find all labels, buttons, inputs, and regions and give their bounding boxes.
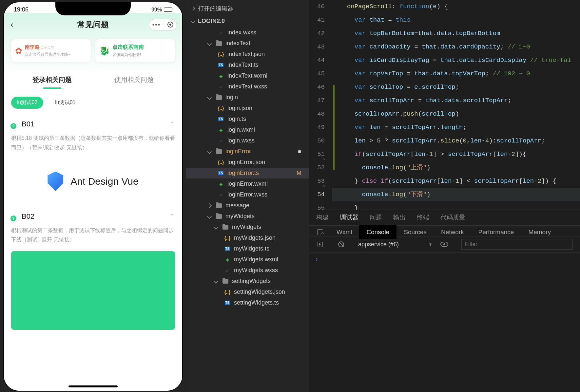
modified-dot-icon bbox=[298, 150, 301, 153]
simulator-panel: 19:06 99% ‹ 常见问题 ••• ✿ 南李路 二十二号 点击查看 bbox=[0, 0, 186, 392]
panel-tab-0[interactable]: 构建 bbox=[316, 213, 329, 225]
file-loginError-ts[interactable]: TSloginError.tsM bbox=[186, 168, 309, 178]
chip-test02[interactable]: lu测试02 bbox=[11, 97, 43, 109]
chevron-right-icon bbox=[207, 203, 212, 208]
chevron-down-icon bbox=[191, 19, 195, 23]
file-login-wxss[interactable]: ⟋login.wxss bbox=[186, 135, 309, 146]
panel-tab-3[interactable]: 输出 bbox=[393, 213, 406, 225]
phone-frame: 19:06 99% ‹ 常见问题 ••• ✿ 南李路 二十二号 点击查看 bbox=[3, 2, 183, 391]
file-myWidgets-wxss[interactable]: ⟋myWidgets.wxss bbox=[186, 265, 309, 276]
eye-icon[interactable] bbox=[440, 240, 448, 248]
shield-icon bbox=[48, 172, 63, 191]
mascot-icon: 🐉 bbox=[99, 46, 110, 56]
chevron-down-icon bbox=[207, 95, 212, 100]
ant-design-logo: Ant Design Vue bbox=[11, 162, 175, 201]
flame-question-icon: ? bbox=[11, 213, 18, 220]
wechat-capsule[interactable]: ••• bbox=[149, 19, 177, 30]
file-myWidgets-ts[interactable]: TSmyWidgets.ts bbox=[186, 243, 309, 254]
info-card-account[interactable]: ✿ 南李路 二十二号 点击查看账号密码全攻略~ bbox=[11, 39, 91, 62]
image-placeholder bbox=[11, 251, 175, 330]
file-login-wxml[interactable]: ◈login.wxml bbox=[186, 124, 309, 135]
clear-icon[interactable] bbox=[337, 240, 345, 248]
folder-message[interactable]: message bbox=[186, 200, 309, 211]
chevron-down-icon bbox=[207, 214, 212, 218]
modified-indicator: M bbox=[297, 170, 301, 176]
chevron-up-icon[interactable]: ⌃ bbox=[169, 213, 175, 220]
chevron-up-icon[interactable]: ⌃ bbox=[169, 120, 175, 128]
chevron-down-icon bbox=[214, 279, 218, 283]
file-loginError-json[interactable]: {..}loginError.json bbox=[186, 157, 309, 168]
code-editor[interactable]: 40414243444546474849505152535455 onPageS… bbox=[309, 0, 580, 210]
folder-myWidgets[interactable]: myWidgets bbox=[186, 211, 309, 222]
chevron-down-icon bbox=[214, 225, 218, 229]
file-myWidgets-wxml[interactable]: ◈myWidgets.wxml bbox=[186, 254, 309, 265]
file-myWidgets-json[interactable]: {..}myWidgets.json bbox=[186, 233, 309, 243]
explorer-opened-editors[interactable]: 打开的编辑器 bbox=[186, 2, 309, 15]
phone-notch bbox=[55, 2, 131, 15]
panel-tab-5[interactable]: 代码质量 bbox=[440, 213, 465, 225]
phone-content[interactable]: ✿ 南李路 二十二号 点击查看账号密码全攻略~ 🐉 点击联系南南 客服南为你服务… bbox=[4, 36, 182, 388]
file-tree: ⟋index.wxssindexText{..}indexText.jsonTS… bbox=[186, 27, 309, 308]
chip-test01[interactable]: lu测试01 bbox=[49, 97, 81, 109]
explorer-project-header[interactable]: LOGIN2.0 bbox=[186, 15, 309, 27]
play-icon[interactable] bbox=[316, 240, 324, 248]
info-cards: ✿ 南李路 二十二号 点击查看账号密码全攻略~ 🐉 点击联系南南 客服南为你服务… bbox=[11, 39, 175, 62]
file-indexText-json[interactable]: {..}indexText.json bbox=[186, 49, 309, 60]
folder-loginError[interactable]: loginError bbox=[186, 146, 309, 157]
file-loginError-wxss[interactable]: ⟋loginError.wxss bbox=[186, 189, 309, 200]
leaf-icon: ✿ bbox=[15, 46, 22, 56]
status-battery: 99% bbox=[151, 7, 172, 13]
file-indexText-wxss[interactable]: ⟋indexText.wxss bbox=[186, 81, 309, 92]
folder-login[interactable]: login bbox=[186, 92, 309, 103]
phone-titlebar: ‹ 常见问题 ••• bbox=[4, 13, 182, 36]
page-title: 常见问题 bbox=[77, 19, 109, 30]
editor-column: 40414243444546474849505152535455 onPageS… bbox=[309, 0, 580, 392]
capsule-menu-icon[interactable]: ••• bbox=[152, 21, 161, 28]
folder-myWidgets[interactable]: myWidgets bbox=[186, 222, 309, 233]
devtools-tabs: WxmlConsoleSourcesNetworkPerformanceMemo… bbox=[309, 226, 580, 236]
panel-tab-4[interactable]: 终端 bbox=[417, 213, 429, 225]
line-gutter: 40414243444546474849505152535455 bbox=[309, 0, 332, 210]
file-settingWidgets-ts[interactable]: TSsettingWidgets.ts bbox=[186, 297, 309, 308]
file-explorer[interactable]: 打开的编辑器 LOGIN2.0 ⟋index.wxssindexText{..}… bbox=[186, 0, 309, 392]
file-login-json[interactable]: {..}login.json bbox=[186, 103, 309, 114]
console-output[interactable]: › bbox=[309, 252, 580, 266]
flame-question-icon: ? bbox=[11, 121, 18, 128]
folder-settingWidgets[interactable]: settingWidgets bbox=[186, 276, 309, 287]
tab-usage-issues[interactable]: 使用相关问题 bbox=[93, 72, 175, 87]
panel-tab-1[interactable]: 调试器 bbox=[340, 213, 358, 225]
home-indicator bbox=[68, 385, 118, 387]
info-card-contact[interactable]: 🐉 点击联系南南 客服南为你服务! bbox=[95, 39, 175, 62]
capsule-close-icon[interactable] bbox=[167, 22, 173, 28]
file-settingWidgets-json[interactable]: {..}settingWidgets.json bbox=[186, 287, 309, 297]
file-index-wxss[interactable]: ⟋index.wxss bbox=[186, 27, 309, 38]
console-filter-input[interactable] bbox=[461, 239, 573, 250]
battery-icon bbox=[164, 8, 172, 12]
tab-login-issues[interactable]: 登录相关问题 bbox=[11, 72, 93, 87]
panel-tabs: 构建调试器问题输出终端代码质量 bbox=[309, 210, 580, 226]
console-toolbar: appservice (#6) ▼ bbox=[309, 236, 580, 252]
chevron-down-icon bbox=[207, 149, 212, 154]
back-button[interactable]: ‹ bbox=[10, 20, 13, 30]
faq-item-b02[interactable]: ? B02 ⌃ 棍棍测试的第二条数据，用于测试下线标签后，与之相绑定的问题同步下… bbox=[11, 212, 175, 245]
bottom-panel: 构建调试器问题输出终端代码质量 WxmlConsoleSourcesNetwor… bbox=[309, 210, 580, 392]
category-tabs: 登录相关问题 使用相关问题 bbox=[11, 72, 175, 87]
code-content[interactable]: onPageScroll: function(e) { var that = t… bbox=[332, 0, 580, 210]
folder-indexText[interactable]: indexText bbox=[186, 38, 309, 49]
status-time: 19:06 bbox=[14, 6, 29, 13]
file-login-ts[interactable]: TSlogin.ts bbox=[186, 114, 309, 124]
chevron-down-icon: ▼ bbox=[428, 242, 433, 247]
panel-tab-2[interactable]: 问题 bbox=[370, 213, 382, 225]
chevron-down-icon bbox=[207, 41, 212, 46]
faq-item-b01[interactable]: ? B01 ⌃ 棍棍5.18 测试的第三条数据（这条数据其实一点用都没有，就给你… bbox=[11, 120, 175, 153]
inspect-icon[interactable] bbox=[316, 228, 324, 236]
file-indexText-ts[interactable]: TSindexText.ts bbox=[186, 60, 309, 70]
chip-row: lu测试02 lu测试01 bbox=[11, 97, 175, 109]
file-indexText-wxml[interactable]: ◈indexText.wxml bbox=[186, 70, 309, 81]
chevron-right-icon bbox=[191, 6, 195, 11]
context-selector[interactable]: appservice (#6) ▼ bbox=[358, 241, 433, 248]
file-loginError-wxml[interactable]: ◈loginError.wxml bbox=[186, 178, 309, 189]
